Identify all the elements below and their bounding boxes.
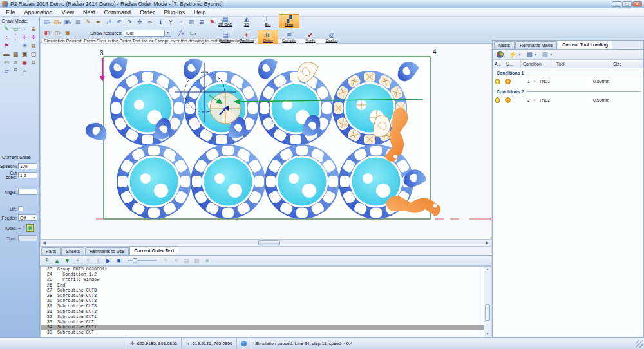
draw-shear-icon[interactable]: ✄: [2, 59, 11, 67]
undo-icon[interactable]: ↶: [115, 18, 124, 26]
stop-icon[interactable]: ■: [115, 258, 123, 264]
order-text-listing[interactable]: 23Group CUT3 8820001124 Condition 1,225 …: [40, 266, 491, 337]
info-icon[interactable]: ℹ: [156, 18, 165, 26]
show-features-dropdown[interactable]: Cut ▼: [124, 30, 171, 37]
corner-style-icon[interactable]: ∟: [188, 29, 197, 37]
edit-order-icon[interactable]: ✎: [162, 258, 170, 264]
compile-button[interactable]: ≣Compile: [279, 30, 299, 45]
open-icon[interactable]: ▨: [53, 18, 62, 26]
draw-gear-icon[interactable]: ✳: [20, 42, 29, 50]
avoid-active-button[interactable]: ▣: [26, 224, 34, 232]
menu-view[interactable]: View: [57, 8, 79, 17]
run-to-start-icon[interactable]: ⍏: [43, 257, 51, 264]
column-header-a[interactable]: A...: [493, 60, 504, 68]
tab-remnants-made[interactable]: Remnants Made: [515, 41, 557, 49]
step-forward-icon[interactable]: ▼: [63, 258, 71, 264]
utility-button[interactable]: ▤Utility: [215, 30, 236, 45]
window-single-icon[interactable]: ◫: [53, 29, 62, 37]
column-header-tool[interactable]: Tool: [554, 60, 611, 68]
draw-zoom-icon[interactable]: ◬: [20, 67, 29, 75]
code-vscrollbar[interactable]: ▲ ▼: [484, 267, 491, 337]
auto-tooling-icon[interactable]: ⚡ ▼: [509, 51, 521, 58]
menu-order[interactable]: Order: [135, 8, 159, 17]
order-text-line[interactable]: 28Subroutine CUT3: [41, 293, 491, 298]
draw-bend-icon[interactable]: ≋: [11, 59, 20, 67]
scroll-up-icon[interactable]: ▲: [484, 267, 491, 272]
order-text-line[interactable]: 35Subroutine CUT: [41, 330, 491, 335]
draw-wheel-icon[interactable]: ◉: [20, 59, 29, 67]
draw-tag-icon[interactable]: ⌑: [29, 59, 38, 67]
save-icon[interactable]: ▣: [63, 18, 72, 26]
order-text-line[interactable]: 23Group CUT3 88200011: [41, 267, 491, 272]
move-icon[interactable]: ✛: [135, 18, 144, 26]
draw-rect-icon[interactable]: ▭: [11, 25, 20, 33]
order-text-line[interactable]: 32Subroutine CUT1: [41, 314, 491, 319]
draw-array-icon[interactable]: ⁛: [11, 33, 20, 42]
scroll-down-icon[interactable]: ▼: [484, 331, 491, 337]
order-text-line[interactable]: 24 Condition 1,2: [41, 272, 491, 277]
copy-icon[interactable]: ⇄: [104, 18, 113, 26]
docket-button[interactable]: ◎Docket: [321, 30, 342, 45]
menu-command[interactable]: Command: [99, 8, 135, 17]
mode-ext-button[interactable]: ∟Ext: [258, 14, 278, 28]
tab-current-tool-loading[interactable]: Current Tool Loading: [558, 40, 612, 49]
tool-row[interactable]: 1×TN010.50mm: [493, 75, 643, 87]
copy-order-icon[interactable]: ▤: [182, 258, 191, 264]
edit-pencil-icon[interactable]: ✎: [84, 18, 93, 26]
tab-nests[interactable]: Nests: [494, 41, 515, 49]
play-icon[interactable]: ▶: [104, 258, 113, 264]
draw-point-icon[interactable]: ·: [20, 25, 29, 33]
run-to-end-icon[interactable]: ⍖: [73, 257, 82, 264]
avoid-lift-icon[interactable]: ⤴: [23, 225, 25, 231]
grid-icon[interactable]: ▥: [187, 18, 196, 26]
menu-application[interactable]: Application: [20, 8, 57, 17]
avoid-path-icon[interactable]: ⌁: [18, 225, 21, 231]
profiling-button[interactable]: ✦Profiling: [236, 30, 257, 45]
menu-file[interactable]: File: [1, 8, 20, 17]
mode-2d-cad-button[interactable]: ▦2D CAD: [215, 14, 236, 28]
step-back-icon[interactable]: ▲: [53, 258, 61, 264]
speed-field[interactable]: 100: [18, 163, 37, 169]
column-header-u[interactable]: U...: [504, 60, 521, 68]
order-text-line[interactable]: 27Subroutine CUT3: [41, 288, 491, 293]
tab-remnants-to-use[interactable]: Remnants to Use: [85, 247, 129, 255]
more-commands-icon[interactable]: »: [203, 258, 211, 264]
draw-copy-icon[interactable]: ⧉: [29, 42, 38, 50]
order-button[interactable]: ⊞Order: [258, 30, 278, 45]
order-text-line[interactable]: 26End: [41, 283, 491, 288]
sim-toggle-icon[interactable]: ◧: [43, 29, 52, 37]
maximize-button[interactable]: ▢: [622, 1, 632, 7]
scroll-right-icon[interactable]: ▶: [484, 240, 491, 246]
speed-slider[interactable]: [128, 258, 157, 263]
tab-parts[interactable]: Parts: [41, 247, 61, 255]
menu-help[interactable]: Help: [189, 8, 211, 17]
chevron-down-icon[interactable]: ▼: [164, 30, 171, 36]
delete-order-icon[interactable]: ✕: [172, 258, 180, 264]
lift-checkbox[interactable]: [18, 206, 23, 211]
order-text-line[interactable]: 34Subroutine CUT1: [41, 325, 491, 330]
order-text-line[interactable]: 29Subroutine CUT3: [41, 298, 491, 303]
order-text-line[interactable]: 25 Profile Window: [41, 277, 491, 282]
view-list-icon[interactable]: ▥ ▼: [542, 51, 553, 58]
order-text-line[interactable]: 31Subroutine CUT3: [41, 309, 491, 314]
draw-dash-icon[interactable]: −: [11, 42, 20, 50]
minimize-button[interactable]: ▁: [612, 1, 621, 7]
draw-dots-icon[interactable]: ⠛: [11, 67, 20, 75]
verify-button[interactable]: ✔Verify: [300, 30, 321, 45]
menu-nest[interactable]: Nest: [79, 8, 100, 17]
vscroll-thumb[interactable]: [485, 304, 490, 321]
tab-sheets[interactable]: Sheets: [61, 247, 84, 255]
pen-icon[interactable]: ✒: [94, 18, 103, 26]
new-file-icon[interactable]: ▤: [43, 18, 52, 26]
draw-trim-icon[interactable]: ⊕: [29, 25, 38, 33]
hscroll-thumb[interactable]: [258, 240, 280, 245]
draw-frame-icon[interactable]: ▣: [20, 50, 29, 59]
draw-rotate-icon[interactable]: ✜: [29, 33, 38, 42]
draw-flagpt-icon[interactable]: ⚑: [2, 42, 11, 50]
draw-cellgrid-icon[interactable]: ▦: [11, 50, 20, 59]
scroll-left-icon[interactable]: ◀: [41, 240, 48, 246]
line-style-icon[interactable]: ╱: [176, 29, 185, 37]
order-text-line[interactable]: 30Subroutine CUT3: [41, 303, 491, 308]
close-button[interactable]: ✕: [632, 1, 642, 7]
print-icon[interactable]: ▦: [73, 18, 82, 26]
